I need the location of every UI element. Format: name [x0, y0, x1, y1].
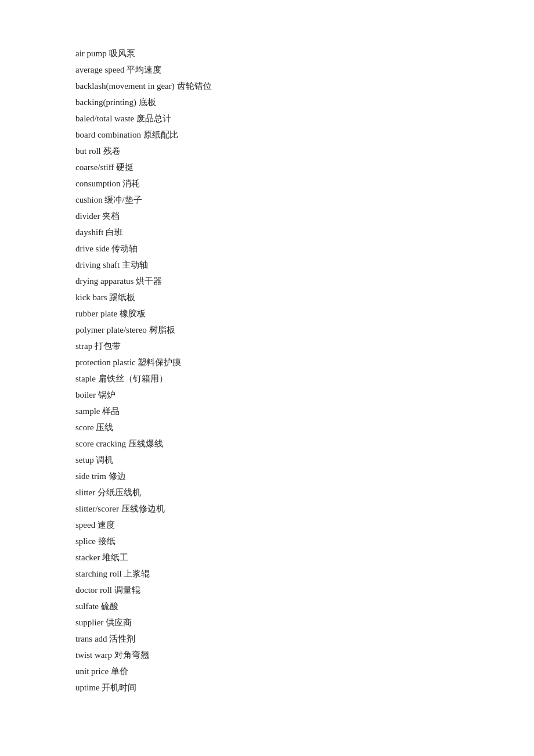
term-english: backing(printing) — [75, 98, 139, 107]
term-chinese: 塑料保护膜 — [138, 358, 181, 367]
list-item: boiler 锅炉 — [75, 388, 459, 402]
term-chinese: 锅炉 — [98, 390, 116, 399]
term-english: cushion — [75, 195, 104, 204]
list-item: starching roll 上浆辊 — [75, 567, 459, 581]
term-chinese: 活性剂 — [109, 634, 135, 643]
list-item: board combination 原纸配比 — [75, 128, 459, 142]
term-english: sample — [75, 406, 102, 416]
list-item: protection plastic 塑料保护膜 — [75, 355, 459, 369]
list-item: but roll 残卷 — [75, 144, 459, 158]
list-item: sulfate 硫酸 — [75, 599, 459, 613]
term-chinese: 样品 — [102, 406, 120, 416]
list-item: staple 扁铁丝（钉箱用） — [75, 372, 459, 386]
term-english: starching roll — [75, 569, 124, 578]
term-english: drive side — [75, 244, 111, 253]
term-chinese: 废品总计 — [136, 114, 171, 123]
term-english: but roll — [75, 146, 103, 156]
term-chinese: 接纸 — [98, 537, 116, 546]
term-chinese: 夹档 — [102, 211, 120, 221]
term-chinese: 开机时间 — [102, 683, 136, 692]
term-chinese: 平均速度 — [127, 65, 161, 74]
term-english: dayshift — [75, 228, 106, 237]
term-list: air pump 吸风泵average speed 平均速度backlash(m… — [75, 46, 459, 694]
term-english: sulfate — [75, 602, 101, 611]
list-item: drive side 传动轴 — [75, 242, 459, 255]
term-english: speed — [75, 520, 98, 530]
list-item: baled/total waste 废品总计 — [75, 111, 459, 125]
term-english: board combination — [75, 130, 143, 139]
term-chinese: 硬挺 — [116, 163, 134, 172]
term-chinese: 修边 — [109, 471, 126, 481]
term-english: polymer plate/stereo — [75, 325, 149, 334]
list-item: splice 接纸 — [75, 534, 459, 548]
term-chinese: 扁铁丝（钉箱用） — [98, 374, 168, 383]
list-item: backing(printing) 底板 — [75, 95, 459, 109]
list-item: sample 样品 — [75, 404, 459, 418]
term-english: slitter — [75, 488, 98, 497]
list-item: driving shaft 主动轴 — [75, 258, 459, 272]
term-english: staple — [75, 374, 98, 383]
term-english: stacker — [75, 553, 102, 562]
term-chinese: 橡胶板 — [120, 309, 146, 318]
list-item: setup 调机 — [75, 453, 459, 467]
list-item: side trim 修边 — [75, 469, 459, 483]
term-english: unit price — [75, 667, 111, 676]
term-english: slitter/scorer — [75, 504, 121, 513]
list-item: divider 夹档 — [75, 209, 459, 223]
term-english: air pump — [75, 49, 109, 58]
term-english: rubber plate — [75, 309, 120, 318]
list-item: drying apparatus 烘干器 — [75, 274, 459, 288]
term-english: backlash(movement in gear) — [75, 81, 177, 91]
term-chinese: 分纸压线机 — [98, 488, 141, 497]
term-chinese: 调机 — [96, 455, 113, 465]
term-english: splice — [75, 537, 98, 546]
list-item: uptime 开机时间 — [75, 681, 459, 694]
list-item: consumption 消耗 — [75, 177, 459, 190]
term-chinese: 压线修边机 — [121, 504, 165, 513]
term-chinese: 传动轴 — [111, 244, 138, 253]
term-chinese: 上浆辊 — [124, 569, 150, 578]
list-item: coarse/stiff 硬挺 — [75, 160, 459, 174]
term-chinese: 打包带 — [95, 341, 121, 351]
term-chinese: 供应商 — [106, 618, 132, 627]
term-english: divider — [75, 211, 102, 221]
list-item: rubber plate 橡胶板 — [75, 307, 459, 321]
term-chinese: 白班 — [106, 228, 123, 237]
term-chinese: 踢纸板 — [109, 293, 135, 302]
term-english: supplier — [75, 618, 106, 627]
term-chinese: 速度 — [98, 520, 115, 530]
term-english: uptime — [75, 683, 102, 692]
list-item: air pump 吸风泵 — [75, 46, 459, 60]
term-chinese: 调量辊 — [114, 585, 140, 595]
term-chinese: 压线爆线 — [128, 439, 163, 448]
list-item: slitter/scorer 压线修边机 — [75, 502, 459, 516]
term-english: boiler — [75, 390, 98, 399]
term-chinese: 烘干器 — [136, 276, 162, 286]
term-english: kick bars — [75, 293, 109, 302]
term-english: strap — [75, 341, 95, 351]
term-chinese: 吸风泵 — [109, 49, 135, 58]
term-english: setup — [75, 455, 96, 465]
term-chinese: 残卷 — [103, 146, 121, 156]
term-chinese: 消耗 — [122, 179, 140, 188]
term-english: score cracking — [75, 439, 128, 448]
term-english: side trim — [75, 471, 109, 481]
term-english: driving shaft — [75, 260, 122, 269]
term-chinese: 压线 — [96, 423, 113, 432]
list-item: score 压线 — [75, 420, 459, 434]
list-item: score cracking 压线爆线 — [75, 437, 459, 451]
term-english: average speed — [75, 65, 127, 74]
list-item: trans add 活性剂 — [75, 632, 459, 646]
list-item: slitter 分纸压线机 — [75, 485, 459, 499]
term-english: baled/total waste — [75, 114, 136, 123]
term-chinese: 底板 — [139, 98, 156, 107]
term-english: protection plastic — [75, 358, 138, 367]
term-chinese: 硫酸 — [101, 602, 118, 611]
term-chinese: 主动轴 — [122, 260, 148, 269]
list-item: unit price 单价 — [75, 664, 459, 678]
term-english: drying apparatus — [75, 276, 136, 286]
list-item: dayshift 白班 — [75, 225, 459, 239]
term-english: doctor roll — [75, 585, 114, 595]
list-item: polymer plate/stereo 树脂板 — [75, 323, 459, 337]
list-item: doctor roll 调量辊 — [75, 583, 459, 597]
